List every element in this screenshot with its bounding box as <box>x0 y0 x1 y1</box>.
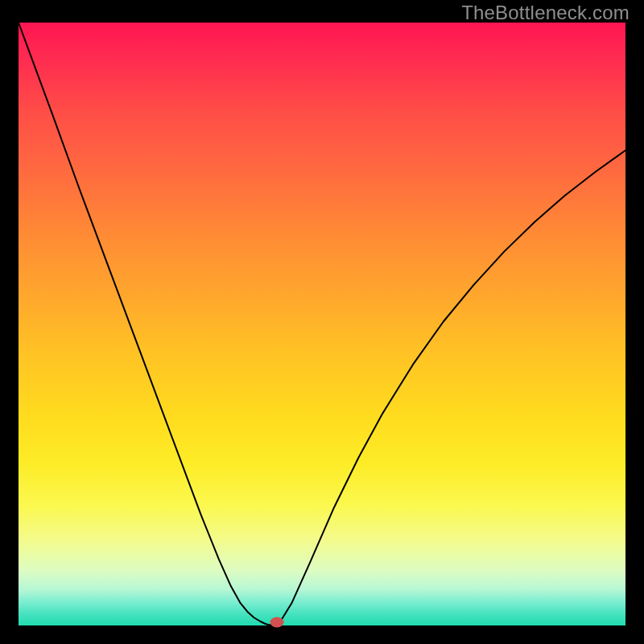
plot-area <box>19 23 625 625</box>
curve-path <box>19 23 625 625</box>
chart-frame: TheBottleneck.com <box>0 0 644 644</box>
optimal-point-marker <box>270 617 284 627</box>
bottleneck-curve <box>19 23 625 625</box>
watermark-text: TheBottleneck.com <box>461 2 630 24</box>
